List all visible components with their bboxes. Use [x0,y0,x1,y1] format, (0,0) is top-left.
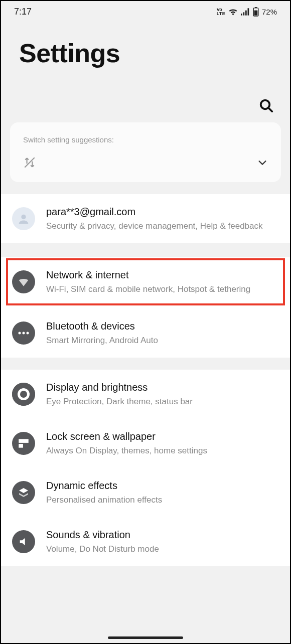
item-bluetooth-devices[interactable]: Bluetooth & devices Smart Mirroring, And… [1,308,290,358]
volte-icon: VoLTE [217,8,225,16]
suggestion-label: Switch setting suggestions: [23,135,268,144]
account-email: para**3@gmail.com [46,205,279,219]
item-display-brightness[interactable]: Display and brightness Eye Protection, D… [1,370,290,419]
more-dots-icon [12,321,35,345]
item-sub: Smart Mirroring, Android Auto [46,335,279,347]
signal-icon [241,8,250,16]
svg-rect-1 [243,12,244,15]
chevron-down-icon[interactable] [257,157,268,170]
wifi-circle-icon [12,270,35,293]
item-title: Network & internet [46,268,279,282]
page-title: Settings [19,38,272,68]
header: Settings [1,22,290,68]
item-title: Dynamic effects [46,479,279,493]
item-lock-screen-wallpaper[interactable]: Lock screen & wallpaper Always On Displa… [1,419,290,468]
item-title: Sounds & vibration [46,528,279,542]
item-sub: Personalised animation effects [46,495,279,506]
display-ring-icon [12,383,35,406]
avatar-icon [12,207,35,230]
svg-rect-0 [241,14,242,16]
status-time: 7:17 [14,7,32,17]
account-sub: Security & privacy, device management, H… [46,221,279,232]
item-sounds-vibration[interactable]: Sounds & vibration Volume, Do Not Distur… [1,517,290,566]
layers-icon [12,481,35,504]
svg-rect-18 [19,444,23,448]
item-sub: Eye Protection, Dark theme, status bar [46,396,279,408]
svg-rect-2 [245,10,247,15]
svg-rect-17 [19,439,29,443]
item-sub: Volume, Do Not Disturb mode [46,544,279,555]
svg-rect-3 [247,8,249,15]
svg-line-8 [268,108,272,111]
svg-point-16 [20,391,27,398]
item-dynamic-effects[interactable]: Dynamic effects Personalised animation e… [1,468,290,517]
svg-rect-6 [254,10,258,15]
account-item[interactable]: para**3@gmail.com Security & privacy, de… [1,194,290,243]
suggestion-card[interactable]: Switch setting suggestions: [10,122,281,182]
status-right: VoLTE 72% [217,7,277,17]
item-sub: Wi-Fi, SIM card & mobile network, Hotspo… [46,284,279,295]
item-title: Lock screen & wallpaper [46,430,279,443]
item-title: Bluetooth & devices [46,319,279,333]
svg-point-10 [21,215,26,219]
wallpaper-icon [12,432,35,455]
settings-screen: 7:17 VoLTE 72% Settings Switch setting s… [0,0,291,644]
search-button[interactable] [259,98,274,113]
item-title: Display and brightness [46,381,279,394]
battery-percent: 72% [262,8,277,16]
nav-handle[interactable] [108,636,183,639]
search-icon [259,98,274,113]
status-bar: 7:17 VoLTE 72% [1,1,290,22]
item-network-internet[interactable]: Network & internet Wi-Fi, SIM card & mob… [5,257,286,306]
svg-point-13 [27,332,29,334]
svg-point-12 [23,332,25,334]
data-toggle-icon [23,156,36,171]
wifi-icon [228,8,238,16]
item-sub: Always On Display, themes, home settings [46,445,279,457]
speaker-icon [12,530,35,553]
battery-icon [253,7,259,17]
svg-point-11 [19,332,21,334]
